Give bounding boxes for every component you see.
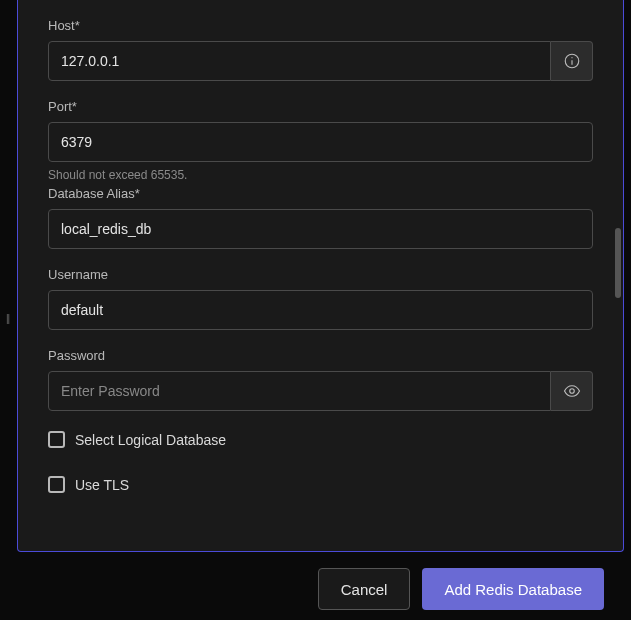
tls-label[interactable]: Use TLS: [75, 477, 129, 493]
logical-db-row[interactable]: Select Logical Database: [48, 431, 593, 448]
alias-input[interactable]: [48, 209, 593, 249]
info-icon: [563, 52, 581, 70]
eye-icon: [563, 382, 581, 400]
tls-checkbox[interactable]: [48, 476, 65, 493]
port-label: Port*: [48, 99, 593, 114]
logical-db-label[interactable]: Select Logical Database: [75, 432, 226, 448]
add-database-dialog: Host* Port* Should not exceed 65535. Dat…: [17, 0, 624, 552]
field-username: Username: [48, 267, 593, 330]
dialog-footer: Cancel Add Redis Database: [17, 560, 624, 618]
username-input[interactable]: [48, 290, 593, 330]
field-host: Host*: [48, 18, 593, 81]
username-label: Username: [48, 267, 593, 282]
add-database-button[interactable]: Add Redis Database: [422, 568, 604, 610]
field-port: Port* Should not exceed 65535.: [48, 99, 593, 182]
port-hint: Should not exceed 65535.: [48, 168, 593, 182]
password-input[interactable]: [48, 371, 551, 411]
field-password: Password: [48, 348, 593, 411]
alias-label: Database Alias*: [48, 186, 593, 201]
svg-point-2: [571, 57, 572, 58]
host-input[interactable]: [48, 41, 551, 81]
password-label: Password: [48, 348, 593, 363]
svg-point-3: [569, 389, 574, 394]
field-alias: Database Alias*: [48, 186, 593, 249]
port-input[interactable]: [48, 122, 593, 162]
host-label: Host*: [48, 18, 593, 33]
tls-row[interactable]: Use TLS: [48, 476, 593, 493]
reveal-password-button[interactable]: [551, 371, 593, 411]
resize-handle[interactable]: ||: [6, 313, 9, 324]
scrollbar-thumb[interactable]: [615, 228, 621, 298]
logical-db-checkbox[interactable]: [48, 431, 65, 448]
cancel-button[interactable]: Cancel: [318, 568, 411, 610]
host-info-button[interactable]: [551, 41, 593, 81]
